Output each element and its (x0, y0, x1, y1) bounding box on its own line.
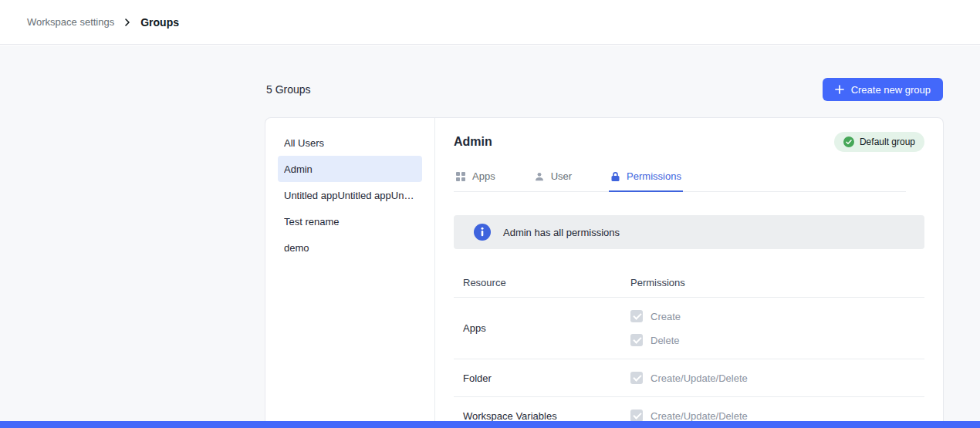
breadcrumb-current: Groups (140, 16, 179, 29)
lock-icon (610, 171, 620, 182)
default-group-badge-label: Default group (860, 136, 915, 147)
checkbox-workspace-variables-cud[interactable] (630, 409, 643, 422)
check-circle-icon (843, 136, 854, 147)
chevron-right-icon (123, 18, 132, 27)
group-item-all-users[interactable]: All Users (278, 130, 422, 156)
permission-option: Create (630, 310, 924, 322)
group-item-label: Untitled appUntitled appUntitle… (284, 190, 416, 201)
tab-permissions-label: Permissions (627, 170, 681, 182)
group-item-demo[interactable]: demo (278, 234, 422, 261)
permission-option: Delete (630, 334, 924, 346)
breadcrumb-workspace-settings[interactable]: Workspace settings (27, 16, 114, 28)
bottom-accent-bar (0, 421, 980, 428)
create-new-group-button[interactable]: Create new group (823, 78, 943, 101)
info-icon (474, 224, 491, 241)
permission-label: Create/Update/Delete (651, 372, 748, 384)
info-banner: Admin has all permissions (454, 215, 924, 249)
tab-user[interactable]: User (532, 167, 573, 191)
permissions-cell: Create/Update/Delete (623, 372, 924, 384)
create-new-group-label: Create new group (851, 84, 931, 96)
group-item-admin[interactable]: Admin (278, 156, 422, 182)
page: Workspace settings Groups 5 Groups Creat… (0, 0, 980, 428)
checkbox-folder-cud[interactable] (630, 372, 643, 384)
default-group-badge: Default group (834, 132, 924, 152)
tab-apps[interactable]: Apps (454, 167, 497, 191)
groups-card: All Users Admin Untitled appUntitled app… (265, 117, 944, 428)
groups-count: 5 Groups (266, 83, 311, 96)
group-item-untitled-app[interactable]: Untitled appUntitled appUntitle… (278, 182, 422, 208)
tab-apps-label: Apps (472, 170, 495, 182)
plus-icon (835, 85, 844, 94)
breadcrumb: Workspace settings Groups (27, 16, 179, 29)
permissions-cell: Create/Update/Delete (623, 409, 924, 422)
permission-option: Create/Update/Delete (630, 372, 924, 384)
group-item-test-rename[interactable]: Test rename (278, 208, 422, 234)
checkbox-apps-create[interactable] (630, 310, 643, 322)
tabs: Apps User Permissions (454, 167, 906, 192)
content-area: 5 Groups Create new group All Users Admi… (0, 45, 980, 428)
table-row-apps: Apps Create Delete (454, 298, 924, 359)
group-item-label: Admin (284, 163, 313, 175)
resource-label: Workspace Variables (454, 410, 623, 422)
user-icon (534, 171, 545, 182)
permissions-cell: Create Delete (623, 310, 924, 346)
table-header-row: Resource Permissions (454, 277, 924, 298)
checkbox-apps-delete[interactable] (630, 334, 643, 346)
permission-label: Delete (651, 335, 680, 346)
permission-option: Create/Update/Delete (630, 409, 924, 422)
table-row-folder: Folder Create/Update/Delete (454, 359, 924, 397)
group-title: Admin (454, 135, 492, 149)
permission-label: Create/Update/Delete (651, 410, 748, 422)
group-item-label: Test rename (284, 216, 340, 227)
tab-user-label: User (551, 170, 572, 182)
group-item-label: demo (284, 242, 309, 254)
column-header-permissions: Permissions (623, 277, 924, 288)
resource-label: Apps (454, 322, 623, 334)
group-detail-header: Admin Default group (454, 132, 924, 152)
group-item-label: All Users (284, 137, 324, 149)
column-header-resource: Resource (454, 277, 623, 288)
resource-label: Folder (454, 372, 623, 384)
permissions-table: Resource Permissions Apps Create (454, 277, 924, 428)
permission-label: Create (651, 311, 681, 322)
group-detail: Admin Default group Apps (435, 118, 943, 428)
tab-permissions[interactable]: Permissions (609, 167, 683, 191)
group-list: All Users Admin Untitled appUntitled app… (265, 118, 435, 428)
grid-icon (455, 171, 466, 182)
info-banner-text: Admin has all permissions (503, 227, 620, 238)
topbar: Workspace settings Groups (0, 0, 980, 45)
